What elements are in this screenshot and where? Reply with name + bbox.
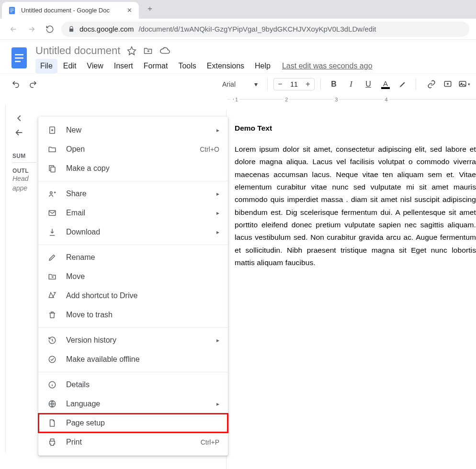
menu-item-share[interactable]: Share ▸ <box>38 184 228 203</box>
ruler-tick: 2 <box>283 97 289 102</box>
ruler-tick: 4 <box>383 97 389 102</box>
menu-item-trash[interactable]: Move to trash <box>38 305 228 324</box>
insert-image-button[interactable]: ▾ <box>457 77 471 91</box>
underline-button[interactable]: U <box>361 77 375 91</box>
browser-tab[interactable]: Untitled document - Google Doc ✕ <box>2 2 139 19</box>
share-icon <box>47 190 57 198</box>
svg-rect-7 <box>15 61 21 62</box>
menu-tools[interactable]: Tools <box>173 59 201 73</box>
font-size-input[interactable] <box>286 80 302 88</box>
menu-item-move[interactable]: Move <box>38 267 228 286</box>
svg-rect-3 <box>10 11 12 12</box>
add-comment-button[interactable] <box>441 77 455 91</box>
doc-body-text[interactable]: Lorem ipsum dolor sit amet, consectetur … <box>235 143 476 269</box>
nav-reload-icon[interactable] <box>43 22 57 36</box>
menu-view[interactable]: View <box>82 59 108 73</box>
menu-edit[interactable]: Edit <box>58 59 81 73</box>
menu-insert[interactable]: Insert <box>109 59 138 73</box>
menu-item-new[interactable]: New ▸ <box>38 121 228 140</box>
cloud-status-icon[interactable] <box>159 45 170 56</box>
text-color-button[interactable]: A <box>378 77 393 91</box>
outline-label: OUTL <box>12 168 34 174</box>
undo-button[interactable] <box>9 77 23 91</box>
doc-plus-icon <box>47 126 57 134</box>
highlight-button[interactable] <box>396 77 410 91</box>
move-folder-icon[interactable] <box>143 46 153 56</box>
separator <box>416 78 416 90</box>
vertical-ruler[interactable] <box>0 105 6 453</box>
menu-extensions[interactable]: Extensions <box>202 59 249 73</box>
lock-icon <box>68 26 75 33</box>
rename-icon <box>47 253 57 262</box>
menu-item-language[interactable]: Language ▸ <box>38 394 228 413</box>
menubar: File Edit View Insert Format Tools Exten… <box>35 59 373 73</box>
horizontal-ruler[interactable]: ▼ 1 2 3 4 <box>0 94 476 105</box>
doc-title[interactable]: Untitled document <box>35 45 120 57</box>
drive-shortcut-icon <box>47 291 57 300</box>
browser-tabstrip: Untitled document - Google Doc ✕ ＋ <box>0 0 476 19</box>
menu-item-page-setup[interactable]: Page setup <box>38 413 228 433</box>
menu-item-open[interactable]: Open Ctrl+O <box>38 140 228 159</box>
menu-item-print[interactable]: Print Ctrl+P <box>38 433 228 452</box>
doc-heading[interactable]: Demo Text <box>235 124 476 133</box>
bold-button[interactable]: B <box>327 77 341 91</box>
new-tab-button[interactable]: ＋ <box>144 2 156 15</box>
svg-point-15 <box>49 356 56 363</box>
chevron-right-icon: ▸ <box>216 337 219 344</box>
menu-item-version-history[interactable]: Version history ▸ <box>38 331 228 350</box>
info-icon <box>47 380 57 389</box>
shortcut-label: Ctrl+O <box>200 145 219 153</box>
font-size-dec[interactable]: − <box>274 78 286 90</box>
redo-button[interactable] <box>26 77 40 91</box>
doc-header: Untitled document File Edit View Insert … <box>0 40 476 73</box>
font-select[interactable]: Arial▾ <box>218 80 261 88</box>
chevron-right-icon: ▸ <box>216 229 219 235</box>
browser-tab-title: Untitled document - Google Doc <box>21 7 122 14</box>
menu-item-make-copy[interactable]: Make a copy <box>38 159 228 178</box>
docs-logo-icon[interactable] <box>9 45 30 71</box>
menu-help[interactable]: Help <box>250 59 275 73</box>
separator <box>267 78 268 90</box>
nav-back-icon[interactable] <box>7 22 20 36</box>
omnibox[interactable]: docs.google.com/document/d/1wANQkiI-GzgY… <box>61 22 469 37</box>
chevron-down-icon: ▾ <box>468 82 470 87</box>
browser-address-bar: docs.google.com/document/d/1wANQkiI-GzgY… <box>0 19 476 40</box>
page[interactable]: Demo Text Lorem ipsum dolor sit amet, co… <box>230 110 476 269</box>
outline-panel: SUM OUTL Head appe <box>6 105 38 453</box>
tab-close-icon[interactable]: ✕ <box>127 7 132 14</box>
toolbar: Arial▾ − + B I U A ▾ <box>0 73 476 94</box>
print-icon <box>47 438 57 447</box>
insert-link-button[interactable] <box>424 77 439 91</box>
svg-rect-2 <box>10 10 14 11</box>
menu-file[interactable]: File <box>35 59 57 73</box>
menu-format[interactable]: Format <box>139 59 173 73</box>
menu-item-rename[interactable]: Rename <box>38 248 228 267</box>
outline-collapse-button[interactable] <box>12 112 26 125</box>
font-size-inc[interactable]: + <box>302 78 314 90</box>
docs-favicon <box>8 6 16 15</box>
chevron-right-icon: ▸ <box>216 401 219 407</box>
star-icon[interactable] <box>127 46 136 56</box>
last-edit-link[interactable]: Last edit was seconds ago <box>282 62 373 70</box>
folder-icon <box>47 145 57 154</box>
nav-forward-icon[interactable] <box>25 22 38 36</box>
chevron-right-icon: ▸ <box>216 210 219 216</box>
url-path: /document/d/1wANQkiI-GzgYPipVgaI_9bydGKC… <box>138 25 376 33</box>
svg-point-13 <box>50 192 53 194</box>
svg-rect-5 <box>15 54 23 56</box>
menu-item-download[interactable]: Download ▸ <box>38 223 228 242</box>
file-menu-dropdown: New ▸ Open Ctrl+O Make a copy Share ▸ Em… <box>38 117 228 456</box>
outline-back-arrow-icon[interactable] <box>12 126 26 139</box>
move-icon <box>47 272 57 281</box>
italic-button[interactable]: I <box>344 77 358 91</box>
menu-item-email[interactable]: Email ▸ <box>38 203 228 223</box>
font-size-stepper[interactable]: − + <box>273 78 315 90</box>
google-docs-app: Untitled document File Edit View Insert … <box>0 40 476 469</box>
chevron-right-icon: ▸ <box>216 190 219 197</box>
menu-item-details[interactable]: Details <box>38 375 228 394</box>
svg-rect-6 <box>15 57 23 59</box>
menu-item-offline[interactable]: Make available offline <box>38 350 228 369</box>
chevron-down-icon: ▾ <box>254 80 258 88</box>
menu-item-shortcut[interactable]: Add shortcut to Drive <box>38 286 228 305</box>
separator <box>320 78 321 90</box>
